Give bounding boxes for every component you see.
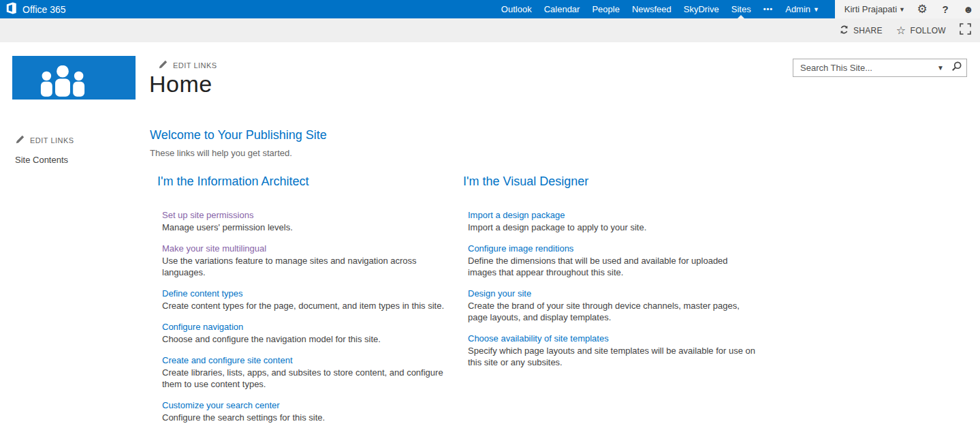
edit-links-sidebar-button[interactable]: EDIT LINKS <box>16 135 74 145</box>
focus-on-content-button[interactable] <box>960 23 971 37</box>
office365-logo[interactable]: Office 365 <box>0 0 66 18</box>
list-item: Customize your search center Configure t… <box>162 399 452 423</box>
link-description: Create libraries, lists, apps, and subsi… <box>162 367 452 390</box>
page-title: Home <box>149 71 212 97</box>
list-item: Import a design package Import a design … <box>468 209 757 233</box>
link-choose-availability-of-site-templates[interactable]: Choose availability of site templates <box>468 333 609 345</box>
link-list: Import a design package Import a design … <box>468 209 757 368</box>
feedback-button[interactable]: ☻ <box>957 0 980 18</box>
chevron-down-icon: ▼ <box>937 64 944 72</box>
topnav-more-ellipsis[interactable]: ••• <box>757 0 780 18</box>
list-item: Make your site multilingual Use the vari… <box>162 242 452 278</box>
suite-bar-user-area: Kirti Prajapati▼ ⚙ ? ☻ <box>835 0 980 18</box>
topnav-skydrive[interactable]: SkyDrive <box>678 0 725 18</box>
share-icon <box>839 25 849 37</box>
list-item: Configure navigation Choose and configur… <box>162 320 452 345</box>
gear-icon: ⚙ <box>917 3 927 15</box>
search-box: ▼ <box>793 59 967 77</box>
edit-links-sidebar-label: EDIT LINKS <box>30 136 74 144</box>
link-description: Create content types for the page, docum… <box>162 300 452 311</box>
link-list: Set up site permissions Manage users' pe… <box>162 209 452 423</box>
star-icon: ☆ <box>896 26 906 35</box>
share-button[interactable]: SHARE <box>839 25 883 37</box>
welcome-subtitle: These links will help you get started. <box>150 148 292 158</box>
share-label: SHARE <box>853 26 883 35</box>
topnav-people[interactable]: People <box>586 0 625 18</box>
link-set-up-site-permissions[interactable]: Set up site permissions <box>162 209 253 222</box>
column-visual-designer: I'm the Visual Designer Import a design … <box>463 174 757 377</box>
search-submit-button[interactable] <box>949 61 966 75</box>
question-mark-icon: ? <box>942 3 948 15</box>
link-create-and-configure-site-content[interactable]: Create and configure site content <box>162 354 293 367</box>
list-item: Choose availability of site templates Sp… <box>468 332 757 368</box>
user-name-label: Kirti Prajapati <box>844 4 897 14</box>
topnav-calendar[interactable]: Calendar <box>538 0 586 18</box>
focus-frame-icon <box>960 23 971 37</box>
office365-logo-icon <box>5 2 18 16</box>
topnav-outlook[interactable]: Outlook <box>495 0 538 18</box>
welcome-heading: Welcome to Your Publishing Site <box>150 128 327 142</box>
list-item: Configure image renditions Define the di… <box>468 242 757 278</box>
sidebar-item-site-contents[interactable]: Site Contents <box>15 155 68 165</box>
user-menu[interactable]: Kirti Prajapati▼ <box>839 4 911 14</box>
ribbon-bar: SHARE ☆ FOLLOW <box>0 18 980 42</box>
column-heading: I'm the Information Architect <box>157 174 452 189</box>
magnifier-icon <box>951 61 962 75</box>
suite-bar: Office 365 Outlook Calendar People Newsf… <box>0 0 980 18</box>
suite-nav: Outlook Calendar People Newsfeed SkyDriv… <box>495 0 835 18</box>
search-scope-dropdown[interactable]: ▼ <box>934 64 949 72</box>
office365-brand-label: Office 365 <box>22 4 66 15</box>
link-description: Create the brand of your site through de… <box>468 300 757 323</box>
smiley-icon: ☻ <box>963 3 974 15</box>
link-description: Import a design package to apply to your… <box>468 222 757 233</box>
topnav-newsfeed[interactable]: Newsfeed <box>626 0 678 18</box>
site-logo-tile[interactable] <box>12 56 136 100</box>
follow-label: FOLLOW <box>911 26 946 35</box>
link-description: Choose and configure the navigation mode… <box>162 333 452 345</box>
link-define-content-types[interactable]: Define content types <box>162 288 243 300</box>
chevron-down-icon: ▼ <box>813 6 819 13</box>
admin-label: Admin <box>785 4 810 14</box>
column-information-architect: I'm the Information Architect Set up sit… <box>157 174 452 426</box>
link-description: Specify which page layouts and site temp… <box>468 345 757 368</box>
column-heading: I'm the Visual Designer <box>463 174 757 189</box>
list-item: Set up site permissions Manage users' pe… <box>162 209 452 233</box>
link-configure-navigation[interactable]: Configure navigation <box>162 321 243 333</box>
list-item: Define content types Create content type… <box>162 287 452 311</box>
link-description: Configure the search settings for this s… <box>162 412 452 423</box>
link-import-a-design-package[interactable]: Import a design package <box>468 209 565 222</box>
chevron-down-icon: ▼ <box>899 6 905 13</box>
list-item: Create and configure site content Create… <box>162 354 452 390</box>
link-design-your-site[interactable]: Design your site <box>468 288 531 300</box>
pencil-icon <box>159 60 168 70</box>
help-button[interactable]: ? <box>934 0 957 18</box>
edit-links-header-label: EDIT LINKS <box>173 61 217 70</box>
page-root: Office 365 Outlook Calendar People Newsf… <box>0 0 980 426</box>
topnav-sites[interactable]: Sites <box>725 0 757 18</box>
link-configure-image-renditions[interactable]: Configure image renditions <box>468 243 573 255</box>
link-customize-your-search-center[interactable]: Customize your search center <box>162 399 280 412</box>
search-input[interactable] <box>793 63 934 73</box>
link-description: Manage users' permission levels. <box>162 222 452 233</box>
link-description: Define the dimensions that will be used … <box>468 255 757 278</box>
list-item: Design your site Create the brand of you… <box>468 287 757 323</box>
pencil-icon <box>16 135 25 145</box>
settings-button[interactable]: ⚙ <box>911 0 934 18</box>
link-description: Use the variations feature to manage sit… <box>162 255 452 278</box>
follow-button[interactable]: ☆ FOLLOW <box>896 26 946 35</box>
topnav-admin[interactable]: Admin▼ <box>779 0 825 18</box>
link-make-your-site-multilingual[interactable]: Make your site multilingual <box>162 243 266 255</box>
page-body: EDIT LINKS Home ▼ EDIT LINKS <box>0 42 980 426</box>
edit-links-header-button[interactable]: EDIT LINKS <box>159 60 217 70</box>
